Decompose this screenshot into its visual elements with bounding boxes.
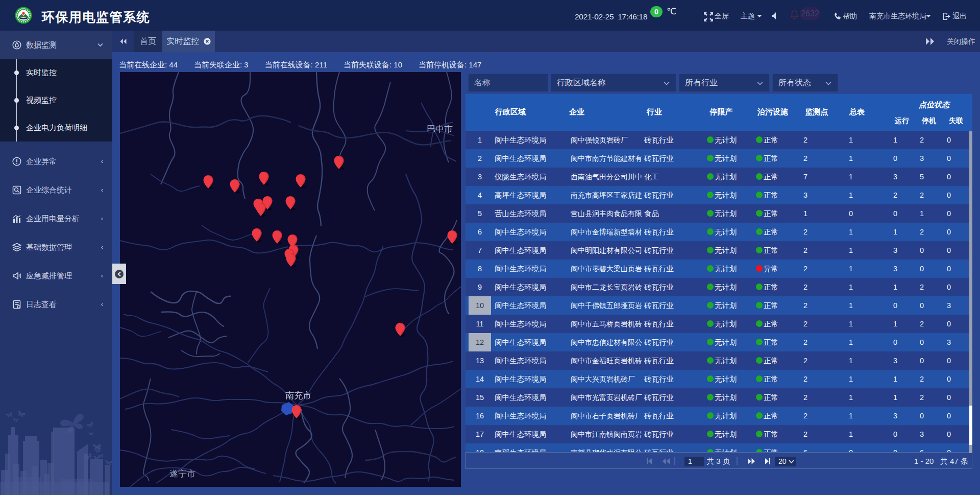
svg-text:巴中市: 巴中市: [427, 124, 453, 134]
svg-text:南充市: 南充市: [285, 391, 311, 400]
svg-text:遂宁市: 遂宁市: [169, 469, 195, 479]
